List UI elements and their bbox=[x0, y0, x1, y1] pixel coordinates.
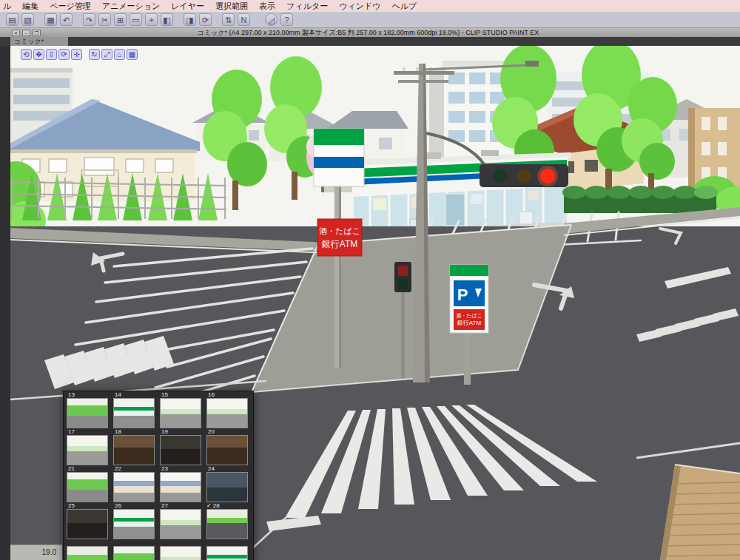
sign-blue-band bbox=[314, 157, 364, 168]
material-thumbnail[interactable]: 27 bbox=[158, 503, 205, 540]
swap-icon[interactable]: ⇅ bbox=[222, 13, 235, 26]
maximize-button[interactable]: ❐ bbox=[33, 30, 41, 36]
home-view-icon[interactable]: ⌂ bbox=[114, 49, 125, 60]
object-move-icon[interactable]: ✛ bbox=[71, 49, 82, 60]
material-thumbnail[interactable]: 19 bbox=[158, 429, 205, 466]
material-thumbnail[interactable]: 17 bbox=[65, 429, 112, 466]
thumbnail-number: 23 bbox=[161, 466, 168, 472]
tab-comic[interactable]: コミック* bbox=[10, 37, 68, 46]
object-scale-icon[interactable]: ⤢ bbox=[101, 49, 112, 60]
menu-item[interactable]: 編集 bbox=[22, 1, 38, 12]
thumbnail-preview[interactable] bbox=[67, 546, 108, 560]
material-thumbnail[interactable]: 15 bbox=[158, 392, 205, 429]
command-toolbar: ▤▧▦↶↷✂⊞▭⌖◧◨⟳⇅N◿? bbox=[0, 12, 740, 28]
signal-red-lamp bbox=[540, 169, 555, 183]
camera-pan-icon[interactable]: ✥ bbox=[33, 49, 44, 60]
material-thumbnail[interactable] bbox=[112, 540, 158, 560]
camera-rotate-icon[interactable]: ⟲ bbox=[21, 49, 32, 60]
thumbnail-number: 21 bbox=[68, 466, 75, 472]
thumbnail-preview[interactable] bbox=[160, 509, 201, 539]
thumbnail-preview[interactable] bbox=[160, 472, 201, 502]
material-thumbnail[interactable]: 13 bbox=[65, 392, 112, 429]
thumbnail-number: 15 bbox=[161, 392, 168, 398]
thumbnail-preview[interactable] bbox=[160, 398, 201, 428]
thumbnail-preview[interactable] bbox=[67, 472, 108, 502]
crop-icon[interactable]: ▭ bbox=[130, 13, 142, 26]
material-thumbnail[interactable]: 22 bbox=[112, 466, 158, 503]
open-page-icon[interactable]: ▧ bbox=[21, 13, 34, 26]
mask-left-icon[interactable]: ◧ bbox=[161, 13, 173, 26]
thumbnail-number: 13 bbox=[68, 392, 75, 398]
menu-item[interactable]: フィルター bbox=[286, 1, 328, 12]
thumbnail-preview[interactable] bbox=[206, 435, 248, 465]
thumbnail-preview[interactable] bbox=[113, 509, 155, 539]
sign-text-line1: 酒・たばこ bbox=[319, 226, 360, 235]
thumbnail-preview[interactable] bbox=[113, 546, 155, 560]
thumbnail-preview[interactable] bbox=[67, 509, 108, 539]
snap-ruler-icon[interactable]: ◿ bbox=[265, 13, 278, 26]
thumbnail-number: 20 bbox=[208, 429, 215, 435]
material-thumbnail[interactable]: 26 bbox=[112, 503, 158, 540]
minimize-button[interactable]: ─ bbox=[22, 30, 30, 36]
menu-item[interactable]: ウィンドウ bbox=[339, 1, 380, 12]
target-icon[interactable]: ⌖ bbox=[145, 13, 158, 26]
thumbnail-preview[interactable] bbox=[206, 398, 248, 428]
thumbnail-number: 14 bbox=[115, 392, 121, 398]
new-page-icon[interactable]: ▤ bbox=[6, 13, 18, 26]
document-title-bar: ✕ ─ ❐ コミック* (A4 297.00 x 210.00mm 製本サイズ:… bbox=[0, 28, 740, 37]
material-thumbnail-panel[interactable]: 13 14 15 16 bbox=[63, 391, 254, 560]
menu-item[interactable]: ル bbox=[3, 1, 11, 12]
redo-icon[interactable]: ↷ bbox=[83, 13, 95, 26]
thumbnail-preview[interactable] bbox=[206, 472, 248, 502]
material-thumbnail[interactable]: 21 bbox=[65, 466, 112, 503]
parking-sign-letter: P bbox=[457, 286, 468, 304]
material-thumbnail[interactable] bbox=[65, 540, 112, 560]
rotate-icon[interactable]: ⟳ bbox=[199, 13, 212, 26]
sign-red-board bbox=[317, 219, 362, 256]
material-thumbnail[interactable] bbox=[158, 540, 205, 560]
material-thumbnail[interactable]: 16 bbox=[205, 392, 252, 429]
menu-item[interactable]: 表示 bbox=[259, 1, 275, 12]
camera-dolly-icon[interactable]: ⇳ bbox=[46, 49, 57, 60]
close-button[interactable]: ✕ bbox=[12, 30, 20, 36]
material-thumbnail[interactable]: 18 bbox=[112, 429, 158, 466]
canvas-tab-bar: コミック* bbox=[0, 37, 740, 46]
material-thumbnail[interactable]: 20 bbox=[205, 429, 252, 466]
thumbnail-grid: 13 14 15 16 bbox=[64, 391, 253, 560]
thumbnail-preview[interactable] bbox=[67, 435, 108, 465]
paste-icon[interactable]: ⊞ bbox=[114, 13, 127, 26]
thumbnail-preview[interactable] bbox=[160, 435, 201, 465]
object-rotate-icon[interactable]: ↻ bbox=[89, 49, 100, 60]
material-thumbnail[interactable]: ✓ 28 bbox=[205, 503, 252, 540]
menu-item[interactable]: レイヤー bbox=[171, 1, 204, 12]
undo-icon[interactable]: ↶ bbox=[60, 13, 73, 26]
cut-icon[interactable]: ✂ bbox=[98, 13, 111, 26]
thumbnail-preview[interactable] bbox=[67, 398, 108, 428]
material-thumbnail[interactable]: 25 bbox=[65, 503, 112, 540]
thumbnail-preview[interactable] bbox=[206, 509, 248, 539]
thumbnail-preview[interactable] bbox=[206, 546, 248, 560]
hedge[interactable] bbox=[562, 186, 718, 213]
camera-roll-icon[interactable]: ⟳ bbox=[58, 49, 70, 60]
thumbnail-preview[interactable] bbox=[113, 472, 155, 502]
thumbnail-preview[interactable] bbox=[160, 546, 201, 560]
material-thumbnail[interactable]: 14 bbox=[112, 392, 158, 429]
store-door bbox=[445, 194, 465, 226]
menu-item[interactable]: ページ管理 bbox=[50, 1, 91, 12]
thumbnail-preview[interactable] bbox=[113, 435, 155, 465]
help-icon[interactable]: ? bbox=[280, 13, 293, 26]
save-icon[interactable]: ▦ bbox=[44, 13, 57, 26]
menu-item[interactable]: アニメーション bbox=[102, 1, 161, 12]
svg-text:銀行ATM: 銀行ATM bbox=[457, 320, 482, 326]
snap-normal-icon[interactable]: N bbox=[238, 13, 250, 26]
material-thumbnail[interactable] bbox=[205, 540, 252, 560]
svg-text:酒・たばこ: 酒・たばこ bbox=[456, 313, 482, 319]
material-thumbnail[interactable]: 24 bbox=[205, 466, 252, 503]
menu-item[interactable]: 選択範囲 bbox=[215, 1, 248, 12]
thumbnail-preview[interactable] bbox=[113, 398, 155, 428]
grid-icon[interactable]: ▦ bbox=[127, 49, 138, 60]
mask-right-icon[interactable]: ◨ bbox=[184, 13, 196, 26]
zoom-level-readout: 19.0 bbox=[10, 544, 62, 560]
material-thumbnail[interactable]: 23 bbox=[158, 466, 205, 503]
menu-item[interactable]: ヘルプ bbox=[391, 1, 417, 12]
